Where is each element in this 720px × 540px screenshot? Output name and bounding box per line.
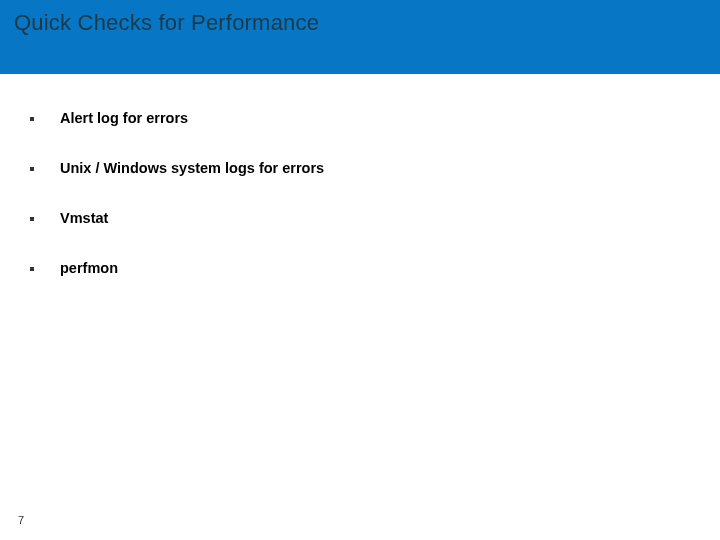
bullet-text: perfmon [60,260,118,276]
list-item: Unix / Windows system logs for errors [30,160,690,176]
bullet-text: Vmstat [60,210,108,226]
slide-title: Quick Checks for Performance [14,10,319,36]
title-band: Quick Checks for Performance [0,0,720,74]
bullet-icon [30,267,34,271]
list-item: Vmstat [30,210,690,226]
bullet-text: Unix / Windows system logs for errors [60,160,324,176]
bullet-text: Alert log for errors [60,110,188,126]
list-item: perfmon [30,260,690,276]
list-item: Alert log for errors [30,110,690,126]
bullet-icon [30,117,34,121]
bullet-icon [30,217,34,221]
bullet-icon [30,167,34,171]
content-area: Alert log for errors Unix / Windows syst… [0,74,720,276]
bullet-list: Alert log for errors Unix / Windows syst… [30,110,690,276]
page-number: 7 [18,514,24,526]
